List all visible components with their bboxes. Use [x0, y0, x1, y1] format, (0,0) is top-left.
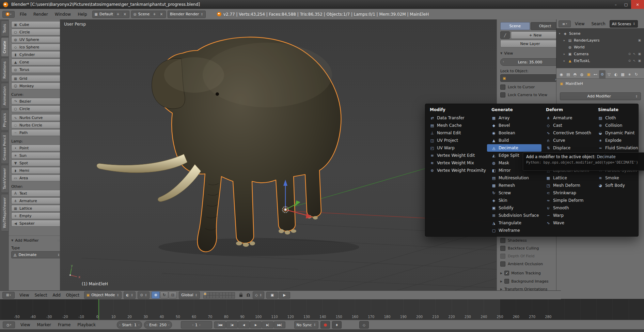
minimize-button[interactable]: – — [611, 0, 621, 9]
add-lamp-button[interactable]: ▭ Area — [11, 175, 62, 181]
layer-toggle[interactable] — [203, 292, 207, 296]
add-curve-button[interactable]: ○ Circle — [11, 105, 62, 112]
lock-camera-option[interactable]: Lock Camera to View — [500, 92, 560, 97]
timeline-editor[interactable]: -50-40-30-20-100102030405060708090100110… — [0, 299, 644, 320]
decrement-icon[interactable]: ‹ — [119, 323, 121, 327]
jump-to-prev-keyframe-button[interactable]: |◀ — [226, 321, 238, 328]
modifier-menu-item[interactable]: ◳ Mesh Deform — [541, 182, 594, 189]
modifier-menu-item[interactable]: ◰ UV Warp — [425, 144, 487, 152]
modifier-menu-item[interactable]: ⊗ Collision — [594, 122, 638, 129]
props-tab-modifiers[interactable]: ⚙ — [599, 70, 606, 78]
props-tab-material[interactable]: ◐ — [613, 70, 619, 78]
lock-object-field[interactable]: ▣ ╱ — [500, 74, 560, 82]
info-editor-menu-button[interactable]: ▾ — [2, 11, 15, 18]
modifier-menu-item[interactable]: ∽ Warp — [541, 212, 594, 219]
expand-icon[interactable]: ▸ — [563, 39, 566, 42]
manipulator-rotate[interactable]: ↻ — [160, 291, 168, 299]
menu-item[interactable]: Marker — [33, 322, 54, 327]
modifier-menu-item[interactable]: ◫ UV Project — [425, 137, 487, 144]
props-tab-texture[interactable]: ▩ — [619, 70, 626, 78]
new-button[interactable]: + New — [511, 31, 560, 39]
restriction-icons[interactable]: ▣ — [638, 39, 642, 42]
modifier-menu-item[interactable]: ⊥ Normal Edit — [425, 129, 487, 137]
modifier-menu-item[interactable]: ⇅ Displace — [541, 144, 594, 152]
npanel-tab-scene[interactable]: Scene — [500, 22, 530, 30]
modifier-menu-item[interactable]: ◉ Boolean — [487, 129, 541, 137]
close-button[interactable]: × — [631, 0, 644, 9]
opengl-render-anim-button[interactable]: ▶ — [279, 292, 290, 299]
modifier-menu-item[interactable]: ◈ Skin — [487, 197, 541, 204]
screen-layout-selector[interactable]: ▦ Default + × — [92, 11, 129, 18]
editor-type-timeline-button[interactable]: ◷ ▾ — [3, 321, 15, 328]
outliner-row[interactable]: ▸ ▲ EleTuskL ⊙ ↖ ▣ — [556, 57, 644, 64]
manipulator-scale[interactable]: ⊡ — [169, 291, 177, 299]
decrement-icon[interactable]: ‹ — [503, 59, 504, 64]
collapsed-panel-header[interactable]: ▶ ✓ Motion Tracking ∷∷ — [500, 271, 560, 275]
increment-icon[interactable]: › — [168, 323, 170, 327]
toolshelf-tab[interactable]: WoTMapsViewer — [1, 194, 9, 231]
jump-to-end-button[interactable]: ▶▶| — [274, 321, 285, 328]
props-tab-object[interactable]: ▣ — [585, 70, 592, 78]
decrement-icon[interactable]: ‹ — [192, 323, 193, 327]
layer-toggle[interactable] — [232, 295, 235, 299]
play-button[interactable]: ▶ — [250, 321, 262, 328]
add-mesh-button[interactable]: ◍ UV Sphere — [11, 36, 62, 43]
add-mesh-button[interactable]: ○ Circle — [11, 29, 62, 35]
modifier-menu-item[interactable]: ∩ Curve — [541, 137, 594, 144]
modifier-menu-item[interactable]: ▩ Remesh — [487, 182, 541, 189]
increment-icon[interactable]: › — [199, 323, 201, 327]
current-frame-field[interactable]: ‹ 1 › — [181, 321, 212, 329]
add-modifier-dropdown[interactable]: Add Modifier ↕ — [560, 92, 641, 100]
menu-item[interactable]: Help — [74, 12, 90, 17]
shading-option[interactable]: Backface Culling — [500, 246, 560, 251]
modifier-menu-item[interactable]: ∪ Smooth — [541, 204, 594, 212]
menu-item[interactable]: View — [17, 293, 32, 298]
view-panel-header[interactable]: ▼ View — [500, 51, 560, 56]
opengl-render-image-button[interactable]: ▣ — [266, 292, 278, 299]
modifier-menu-item[interactable]: ▤ Mesh Cache — [425, 122, 487, 129]
modifier-menu-item[interactable]: ▲ Build — [487, 137, 541, 144]
expand-icon[interactable]: ▸ — [563, 52, 566, 56]
layer-toggle[interactable] — [216, 295, 219, 299]
manipulator-translate[interactable]: ⊕ — [152, 291, 160, 299]
modifier-menu-item[interactable]: ▢ Wireframe — [487, 227, 541, 234]
menu-item[interactable]: Window — [51, 12, 74, 17]
frame-start-field[interactable]: ‹ Start: 1 › — [117, 321, 142, 329]
menu-item[interactable]: View — [17, 322, 33, 327]
lock-to-scene-button[interactable] — [238, 292, 244, 298]
editor-type-outliner-button[interactable]: ≡ ▾ — [559, 20, 571, 27]
modifier-menu-item[interactable]: ▨ Cloth — [594, 114, 638, 122]
restriction-icons[interactable]: ⊙ ↖ ▣ — [628, 59, 642, 62]
snap-magnet-icon[interactable]: Ω — [246, 293, 251, 298]
add-curve-button[interactable]: ↷ Bezier — [11, 98, 62, 105]
toolshelf-tab[interactable]: Create — [1, 37, 9, 57]
viewport-shading-selector[interactable]: ◐ ↕ — [124, 291, 136, 299]
add-lamp-button[interactable]: ◗ Hemi — [11, 167, 62, 174]
modifier-menu-item[interactable]: ▦ Lattice — [541, 174, 594, 182]
collapsed-panel-header[interactable]: ▶ Background Images ∷∷ — [500, 279, 560, 284]
transform-orientation-selector[interactable]: Global ↕ — [179, 291, 200, 299]
modifier-menu-item[interactable]: ◆ Bevel — [487, 122, 541, 129]
props-tab-constraints[interactable]: ⊷ — [592, 70, 599, 78]
snap-element-selector[interactable]: ◇ ↕ — [253, 291, 264, 299]
modifier-menu-item[interactable]: ⋔ Armature — [541, 114, 594, 122]
record-button[interactable] — [320, 321, 330, 329]
panel-checkbox[interactable]: ✓ — [504, 271, 509, 275]
modifier-type-dropdown[interactable]: ◬ Decimate ↕ — [11, 251, 62, 258]
modifier-menu-item[interactable]: ◮ Triangulate — [487, 219, 541, 227]
outliner-row[interactable]: ▸ ▤ RenderLayers ▣ — [556, 37, 644, 44]
menu-item[interactable]: Render — [30, 12, 51, 17]
modifier-menu-item[interactable]: ∿ Wave — [541, 219, 594, 227]
menu-item[interactable]: Search — [588, 21, 609, 26]
maximize-button[interactable]: ▢ — [621, 0, 631, 9]
delete-layout-icon[interactable]: × — [123, 12, 127, 16]
add-mesh-button[interactable]: ▲ Cone — [11, 59, 62, 65]
new-layer-button[interactable]: New Layer — [500, 40, 560, 47]
outliner-row[interactable]: ◍ World — [556, 44, 644, 50]
mode-selector[interactable]: ▣ Object Mode ↕ — [84, 291, 122, 299]
outliner-scope-selector[interactable]: All Scenes ↕ — [610, 20, 638, 28]
increment-icon[interactable]: › — [138, 323, 140, 327]
menu-item[interactable]: File — [16, 12, 30, 17]
add-object-button[interactable]: ⋔ Armature — [11, 197, 62, 204]
add-object-button[interactable]: A Text — [11, 190, 62, 197]
